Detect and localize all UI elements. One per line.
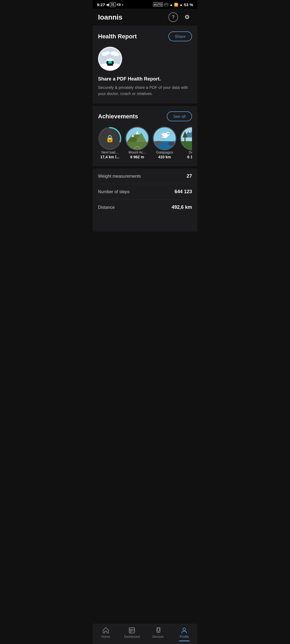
stat-row-weight: Weight measurements 27 xyxy=(98,169,192,184)
badge-ring-locked: 🔒 xyxy=(98,127,122,150)
svg-point-28 xyxy=(168,133,169,134)
svg-point-24 xyxy=(168,142,174,145)
badge-name-mountain: Mount Ac... xyxy=(128,150,146,154)
badge-item-locked[interactable]: 🔒 Next bad... 17,4 km l... xyxy=(98,127,122,159)
health-report-title: Health Report xyxy=(98,33,137,40)
badge-value-mountain: 6 962 m xyxy=(130,155,144,159)
stat-value-steps: 644 123 xyxy=(175,189,192,195)
health-desc: Securely & privately share a PDF of your… xyxy=(98,85,192,97)
badge-value-galapagos: 410 km xyxy=(158,155,171,159)
health-illustration-svg xyxy=(99,48,121,69)
svg-point-4 xyxy=(114,53,119,56)
badge-value-deer: 6 194 xyxy=(187,155,192,159)
svg-rect-37 xyxy=(184,137,186,142)
badge-circle-deer xyxy=(180,127,192,150)
badge-value-locked: 17,4 km l... xyxy=(100,155,119,159)
calendar-icon: 31 xyxy=(110,2,115,7)
auto-icon: AUTO xyxy=(153,2,163,7)
status-time: 9:27 xyxy=(97,2,105,7)
svg-point-23 xyxy=(155,141,162,145)
badge-circle-bird xyxy=(153,127,176,150)
header-actions: ? ⚙ xyxy=(168,12,192,22)
lock-icon: 🔒 xyxy=(106,134,114,143)
badge-item-galapagos[interactable]: Galapagos 410 km xyxy=(153,127,176,159)
badge-name-locked: Next bad... xyxy=(102,150,118,154)
share-button[interactable]: Share xyxy=(168,31,192,41)
stat-label-steps: Number of steps xyxy=(98,189,129,194)
help-icon: ? xyxy=(172,15,175,20)
badge-name-galapagos: Galapagos xyxy=(156,150,173,154)
badge-item-mountain[interactable]: Mount Ac... 6 962 m xyxy=(125,127,149,159)
wifi2-icon: 🛜 xyxy=(174,3,178,7)
app-username: Ioannis xyxy=(98,13,122,21)
svg-rect-9 xyxy=(109,61,111,63)
health-report-header: Health Report Share xyxy=(98,31,192,41)
svg-point-2 xyxy=(105,51,110,54)
badge-item-deer[interactable]: Den 6 194 xyxy=(180,127,192,159)
achievements-section: Achievements See all 🔒 Next bad... 17,4 … xyxy=(93,106,197,166)
svg-rect-36 xyxy=(181,141,192,149)
badge-circle-mountain xyxy=(125,127,149,150)
stat-row-steps: Number of steps 644 123 xyxy=(98,184,192,200)
app-header: Ioannis ? ⚙ xyxy=(93,9,197,26)
health-report-section: Health Report Share Share a PDF Health R… xyxy=(93,26,197,103)
stats-section: Weight measurements 27 Number of steps 6… xyxy=(93,169,197,232)
kb-label: KB xyxy=(117,3,121,6)
badges-row: 🔒 Next bad... 17,4 km l... xyxy=(98,127,192,159)
nav-icon: ◀ xyxy=(106,3,109,7)
svg-point-10 xyxy=(106,58,114,61)
status-bar: 9:27 ◀ 31 KB • AUTO 📳 ▲ 🛜 ▲ 53 % xyxy=(93,0,197,9)
stat-value-weight: 27 xyxy=(187,173,192,179)
see-all-button[interactable]: See all xyxy=(167,111,192,121)
settings-button[interactable]: ⚙ xyxy=(182,12,192,22)
achievements-header: Achievements See all xyxy=(98,111,192,121)
achievements-title: Achievements xyxy=(98,113,138,120)
wifi-icon: ▲ xyxy=(169,3,173,7)
health-illustration xyxy=(98,47,122,71)
status-right: AUTO 📳 ▲ 🛜 ▲ 53 % xyxy=(153,2,193,7)
dot-indicator: • xyxy=(122,3,123,7)
stat-row-distance: Distance 492,6 km xyxy=(98,200,192,232)
badge-name-deer: Den xyxy=(189,150,192,154)
status-left: 9:27 ◀ 31 KB • xyxy=(97,2,123,7)
stat-label-distance: Distance xyxy=(98,205,115,210)
bird-svg xyxy=(154,127,176,149)
mountain-svg xyxy=(126,127,148,149)
svg-point-26 xyxy=(166,132,170,136)
gear-icon: ⚙ xyxy=(184,14,190,21)
vibrate-icon: 📳 xyxy=(164,3,168,7)
stat-label-weight: Weight measurements xyxy=(98,174,141,179)
svg-rect-19 xyxy=(126,142,148,149)
help-button[interactable]: ? xyxy=(168,12,178,22)
deer-svg xyxy=(181,127,192,149)
ring-inner: 🔒 xyxy=(100,128,120,149)
signal-icon: ▲ xyxy=(179,3,183,7)
health-tagline: Share a PDF Health Report. xyxy=(98,76,192,82)
battery-label: 53 % xyxy=(184,2,193,7)
stat-value-distance: 492,6 km xyxy=(172,204,192,210)
